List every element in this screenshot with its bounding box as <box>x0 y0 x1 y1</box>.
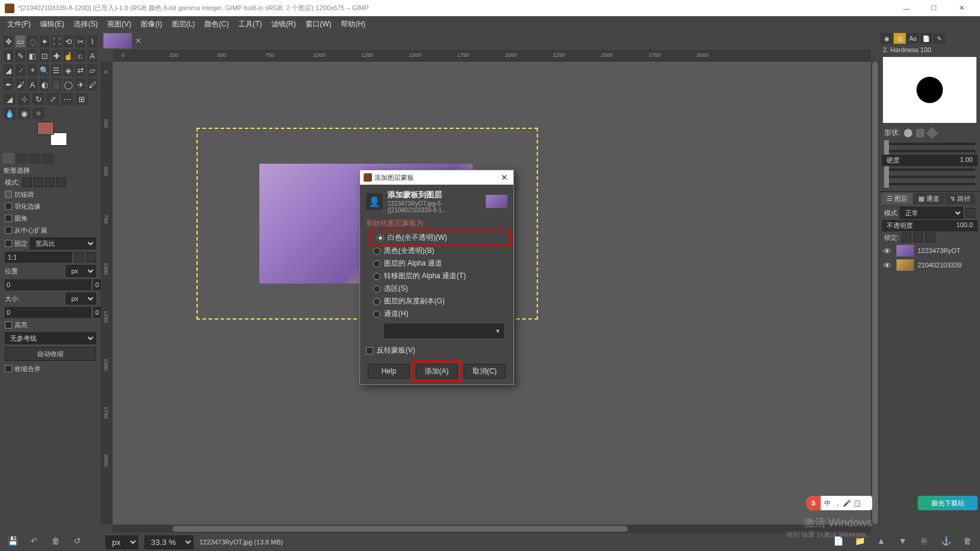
scrollbar-horizontal[interactable] <box>113 525 871 533</box>
move-tool-icon[interactable]: ✥ <box>4 35 13 47</box>
text-tool2-icon[interactable]: A <box>28 79 37 91</box>
duplicate-layer-icon[interactable]: ⎘ <box>919 535 930 546</box>
close-tab-icon[interactable]: ✕ <box>135 37 144 45</box>
blend-mode-select[interactable]: 正常 <box>900 207 963 219</box>
foreground-tool-icon[interactable]: ◐ <box>40 79 49 91</box>
devices-tab[interactable] <box>16 153 28 164</box>
ratio-landscape-icon[interactable] <box>86 252 96 262</box>
status-unit-select[interactable]: px <box>105 535 138 549</box>
patterns-tab-icon[interactable]: ▦ <box>894 33 906 44</box>
ruler-horizontal[interactable]: 0250500750100012501500175020002250250027… <box>113 50 871 62</box>
color-swatch[interactable] <box>37 122 67 146</box>
ratio-portrait-icon[interactable] <box>74 252 84 262</box>
minimize-button[interactable]: — <box>893 0 920 16</box>
image-tab-thumbnail[interactable] <box>103 33 132 49</box>
mode-replace-icon[interactable] <box>22 177 32 187</box>
close-button[interactable]: ✕ <box>948 0 975 16</box>
restore-options-icon[interactable]: ↶ <box>29 535 40 546</box>
scrollbar-vertical[interactable] <box>871 62 879 525</box>
pencil-tool-icon[interactable]: ✎ <box>16 50 25 62</box>
size-w-input[interactable] <box>5 307 91 318</box>
radio-icon[interactable] <box>373 273 380 280</box>
lock-alpha-icon[interactable] <box>925 233 935 242</box>
eraser-tool-icon[interactable]: ◧ <box>28 50 37 62</box>
menu-help[interactable]: 帮助(H) <box>336 17 370 31</box>
flip-tool-icon[interactable]: ⇄ <box>75 64 85 76</box>
cage-tool-icon[interactable]: ◈ <box>63 64 73 76</box>
mode-subtract-icon[interactable] <box>45 177 55 187</box>
menu-file[interactable]: 文件(F) <box>2 17 35 31</box>
menu-colors[interactable]: 颜色(C) <box>199 17 234 31</box>
lock-pixels-icon[interactable] <box>902 233 911 242</box>
guides-select[interactable]: 无参考线 <box>5 332 96 344</box>
layer-row[interactable]: 👁 210402103339 <box>879 258 980 272</box>
layer-name[interactable]: 1223473RyOT <box>918 247 961 254</box>
fuzzy-select-tool-icon[interactable]: ✦ <box>40 35 49 47</box>
reset-options-icon[interactable]: ↺ <box>72 535 83 546</box>
perspective-tool-icon[interactable]: ▱ <box>87 64 97 76</box>
invert-mask-row[interactable]: 反转蒙板(V) <box>366 343 507 358</box>
radio-icon[interactable] <box>377 234 384 242</box>
tool-etc-icon[interactable]: ⋯ <box>61 93 73 105</box>
bucket-tool-icon[interactable]: ▮ <box>4 50 13 62</box>
tool-options-tab[interactable] <box>2 153 14 164</box>
menu-image[interactable]: 图像(I) <box>136 17 167 31</box>
rounded-checkbox[interactable] <box>5 215 12 222</box>
scale-tool-icon[interactable]: ⤢ <box>47 93 59 105</box>
lock-position-icon[interactable] <box>914 233 923 242</box>
radio-alpha[interactable]: 图层的 Alpha 通道 <box>366 257 507 270</box>
ratio-input[interactable] <box>5 252 72 263</box>
shrink-merged-checkbox[interactable] <box>5 365 12 372</box>
mode-add-icon[interactable] <box>34 177 43 187</box>
visibility-icon[interactable]: 👁 <box>883 246 893 255</box>
zoom-tool-icon[interactable]: 🔍 <box>40 64 49 76</box>
tab-channels[interactable]: ▦通道 <box>914 193 944 204</box>
pos-unit-select[interactable]: px <box>66 265 96 277</box>
angle-slider[interactable] <box>884 176 975 178</box>
layer-name[interactable]: 210402103339 <box>918 261 961 269</box>
radio-icon[interactable] <box>373 285 380 293</box>
document-history-tab-icon[interactable]: 📄 <box>920 33 932 44</box>
radio-icon[interactable] <box>373 260 380 267</box>
tool-etc3-icon[interactable]: ✧ <box>32 107 44 119</box>
aspect-slider[interactable] <box>884 168 975 171</box>
dialog-titlebar[interactable]: 添加图层蒙板 ✕ <box>360 170 513 185</box>
brushes-tab-icon[interactable]: ◉ <box>881 33 893 44</box>
radio-icon[interactable] <box>373 311 380 318</box>
gradient-tool-icon[interactable]: ◢ <box>4 64 13 76</box>
shape-square-icon[interactable] <box>916 129 924 137</box>
brush-tool-icon[interactable]: ◉ <box>18 107 30 119</box>
rect-select-tool-icon[interactable]: ▭ <box>16 35 25 47</box>
antialias-checkbox[interactable] <box>5 191 12 198</box>
path-tool-icon[interactable]: ⎌ <box>75 50 85 62</box>
smudge-tool-icon[interactable]: ☝ <box>63 50 73 62</box>
tab-paths[interactable]: ↯路径 <box>945 193 975 204</box>
visibility-icon[interactable]: 👁 <box>883 261 893 269</box>
cancel-button[interactable]: 取消(C) <box>464 364 506 378</box>
zoom-select[interactable]: 33.3 % <box>144 535 193 549</box>
opacity-row[interactable]: 不透明度100.0 <box>882 220 978 231</box>
radio-icon[interactable] <box>373 248 380 255</box>
radio-icon[interactable] <box>373 298 380 305</box>
invert-checkbox[interactable] <box>366 347 373 354</box>
dialog-close-icon[interactable]: ✕ <box>499 172 510 183</box>
crop-tool-icon[interactable]: ⛶ <box>52 35 61 47</box>
fixed-select[interactable]: 宽高比 <box>30 237 96 249</box>
measure-tool-icon[interactable]: ⟋ <box>16 64 25 76</box>
radio-grayscale[interactable]: 图层的灰度副本(G) <box>366 295 507 308</box>
history-tab[interactable] <box>29 153 41 164</box>
blur-tool-icon[interactable]: ░ <box>52 79 61 91</box>
mode-intersect-icon[interactable] <box>56 177 66 187</box>
paintbrush-tool-icon[interactable]: 🖊 <box>87 79 97 91</box>
menu-windows[interactable]: 窗口(W) <box>301 17 336 31</box>
size-unit-select[interactable]: px <box>66 293 96 305</box>
menu-view[interactable]: 视图(V) <box>102 17 136 31</box>
tool-etc2-icon[interactable]: ⊞ <box>75 93 87 105</box>
spikes-slider[interactable] <box>884 150 975 152</box>
transform-tool-icon[interactable]: ⟲ <box>63 35 73 47</box>
auto-shrink-button[interactable]: 自动收缩 <box>5 347 96 361</box>
text-tool-icon[interactable]: A <box>87 50 97 62</box>
save-options-icon[interactable]: 💾 <box>7 535 18 546</box>
fonts-tab-icon[interactable]: Aa <box>907 33 919 44</box>
ruler-vertical[interactable]: 025050075010001250150017502000 <box>101 62 113 525</box>
